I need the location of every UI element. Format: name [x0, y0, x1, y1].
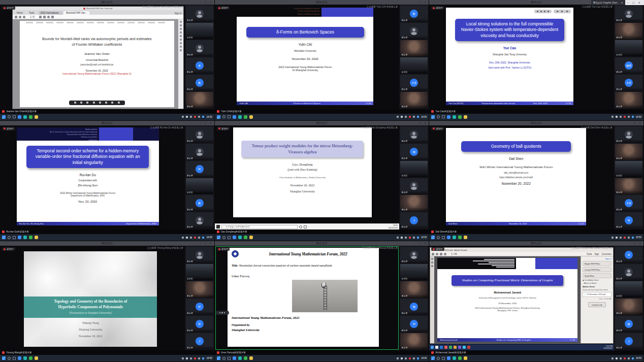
window-titlebar[interactable]: 腾讯会议 – ▢ ✕	[215, 241, 429, 246]
task-view-icon[interactable]	[442, 115, 445, 118]
close-icon[interactable]: ✕	[621, 2, 623, 4]
window-titlebar[interactable]: 腾讯会议 – ▢ ✕	[0, 0, 214, 5]
participant-tile[interactable]: 会议室	[400, 264, 428, 280]
tray-icon[interactable]	[620, 237, 622, 239]
taskbar-app-icon[interactable]	[444, 346, 447, 349]
tray-icon[interactable]	[413, 357, 415, 359]
window-controls[interactable]: – ▢ ✕	[415, 242, 427, 245]
participant-tile[interactable]: 物参会者	[400, 144, 428, 160]
viewer-taskbar[interactable]: 18:50	[215, 114, 429, 120]
window-titlebar[interactable]: 腾讯会议 – ▢ ✕	[215, 0, 429, 5]
participant-tile[interactable]: 参会者	[400, 247, 428, 263]
participant-tile[interactable]: 参会者	[186, 6, 213, 22]
participant-tile[interactable]: 物理参会者	[615, 57, 642, 74]
tray-icon[interactable]	[194, 237, 196, 239]
participant-tile[interactable]: 会议室	[615, 161, 642, 177]
taskbar-app-icon[interactable]	[233, 236, 236, 239]
taskbar-app-icon[interactable]	[35, 236, 38, 239]
taskbar-app-icon[interactable]	[458, 346, 461, 349]
highlight-icon[interactable]	[43, 16, 46, 18]
tray-icon[interactable]	[628, 116, 630, 118]
participant-tile[interactable]: 参会者	[615, 126, 642, 143]
viewer-taskbar[interactable]: 18:50	[215, 234, 429, 241]
task-view-icon[interactable]	[442, 357, 445, 360]
tray-icon[interactable]	[397, 357, 399, 359]
outer-tab[interactable]: 腾讯会议-Yingzhe Chen…✕	[591, 0, 625, 5]
participant-tile[interactable]: 会议室	[186, 178, 213, 194]
chat-bubble[interactable]	[216, 311, 229, 315]
tray-icon[interactable]	[632, 357, 634, 359]
participant-tile[interactable]: 参会者	[400, 126, 428, 143]
adobe-tools-panel[interactable]: Sign In Export PDF Files Create PDF File…	[581, 256, 613, 343]
participant-tile[interactable]: 参会者	[615, 92, 642, 108]
taskbar-app-icon[interactable]	[454, 346, 457, 349]
tray-icon[interactable]	[611, 116, 614, 118]
window-controls[interactable]: – ▢ ✕	[415, 121, 427, 124]
task-view-icon[interactable]	[304, 225, 307, 228]
participant-tile[interactable]: 数参会者	[186, 75, 213, 91]
taskbar-app-icon[interactable]	[435, 346, 438, 349]
file-list-item[interactable]: 📄 19 November 2022.pdf	[583, 292, 611, 297]
participants-sidebar[interactable]: 参会者物参会者会议室参会者参会者J参会者	[399, 125, 429, 230]
save-icon[interactable]	[436, 253, 438, 255]
participant-tile[interactable]: 参会者	[186, 40, 213, 56]
taskbar-app-icon[interactable]	[35, 356, 38, 360]
taskbar-app-icon[interactable]	[233, 356, 236, 360]
tray-icon[interactable]	[624, 357, 626, 359]
tray-icon[interactable]	[190, 357, 192, 359]
pdf-document-area[interactable]: Studies on Computing Fractional Metric D…	[434, 256, 581, 343]
window-controls[interactable]: – ▢ ✕	[630, 242, 642, 245]
participants-sidebar[interactable]: 参会者参会者会议室物理参会者大学参会者参会者	[614, 5, 643, 109]
tray-icon[interactable]	[186, 357, 188, 359]
taskbar-app-icon[interactable]	[458, 115, 462, 119]
tray-icon[interactable]	[632, 116, 634, 118]
adobe-toolbar[interactable]: 1 / 49 Tools Sign Comment	[430, 252, 613, 256]
tray-icon[interactable]	[198, 357, 200, 359]
participant-tile[interactable]: 参会者	[615, 23, 642, 39]
annotation-pill[interactable]	[534, 10, 552, 13]
taskbar-app-icon[interactable]	[464, 356, 467, 360]
participant-tile[interactable]: M参会者	[186, 316, 213, 332]
taskbar-app-icon[interactable]	[29, 115, 33, 119]
participant-tile[interactable]: 参会者	[186, 126, 213, 143]
participant-tile[interactable]: 参会者	[400, 92, 428, 108]
participant-tile[interactable]: 参会者	[400, 281, 428, 298]
taskbar-app-icon[interactable]	[447, 356, 450, 360]
taskbar-app-icon[interactable]	[23, 356, 27, 360]
tray-icon[interactable]	[620, 116, 622, 118]
rotate-icon[interactable]	[47, 16, 50, 18]
tray-icon[interactable]	[417, 237, 419, 239]
open-icon[interactable]	[432, 253, 434, 255]
sign-button[interactable]: Sign	[594, 253, 599, 255]
search-icon[interactable]	[222, 357, 226, 360]
tray-icon[interactable]	[186, 116, 188, 118]
taskbar-app-icon[interactable]	[238, 236, 242, 239]
attach-email-radio[interactable]: ○ Attach to Email	[583, 282, 611, 284]
participant-tile[interactable]: 会议室	[186, 23, 213, 39]
participant-tile[interactable]: 参会者	[186, 281, 213, 298]
window-titlebar[interactable]: 腾讯会议 – ▢ ✕	[0, 121, 214, 125]
annotation-toolbar[interactable]	[534, 10, 571, 13]
participant-tile[interactable]: 物参会者	[400, 299, 428, 315]
window-titlebar[interactable]: 腾讯会议 – ▢ ✕	[429, 121, 643, 125]
taskbar-app-icon[interactable]	[238, 356, 242, 360]
participant-tile[interactable]: 数参会者	[400, 6, 428, 22]
taskbar-app-icon[interactable]	[249, 115, 253, 119]
taskbar-app-icon[interactable]	[244, 236, 247, 239]
viewer-taskbar[interactable]: 18:50	[0, 114, 214, 120]
tray-icon[interactable]	[632, 237, 634, 239]
window-controls[interactable]: – ▢ ✕	[630, 121, 642, 124]
taskbar-app-icon[interactable]	[23, 115, 27, 119]
participant-tile[interactable]: J参会者	[615, 333, 642, 349]
participant-tile[interactable]: 会议室	[400, 161, 428, 177]
search-icon[interactable]	[8, 236, 11, 239]
taskbar-app-icon[interactable]	[453, 115, 456, 119]
taskbar-app-icon[interactable]	[233, 115, 236, 119]
taskbar-app-icon[interactable]	[458, 236, 462, 239]
start-button[interactable]	[431, 356, 435, 360]
tray-icon[interactable]	[198, 237, 200, 239]
taskbar-app-icon[interactable]	[453, 236, 456, 239]
search-icon[interactable]	[23, 16, 25, 18]
taskbar-app-icon[interactable]	[249, 236, 253, 239]
participants-sidebar[interactable]: 参会者会议室参会者经参会者M参会者J参会者	[185, 246, 214, 350]
